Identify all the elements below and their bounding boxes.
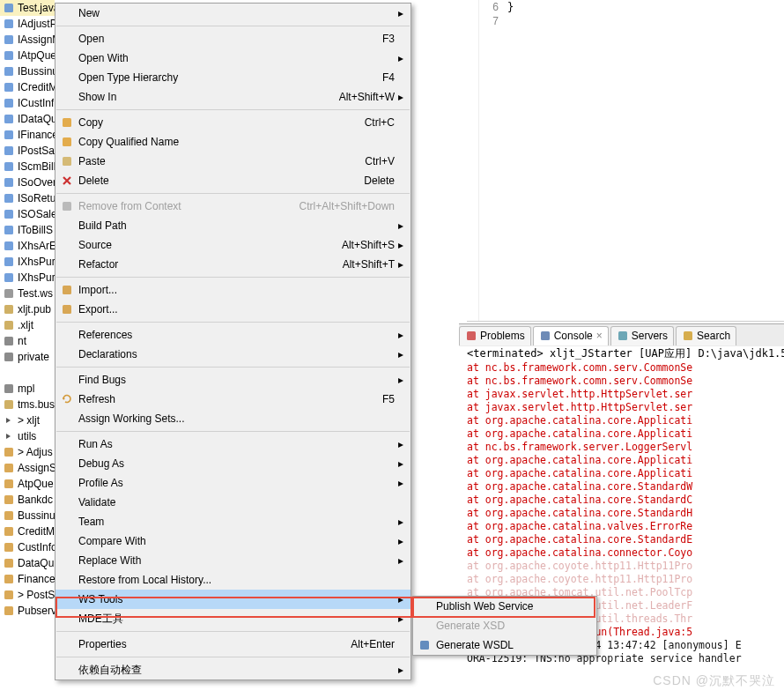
tree-item[interactable]: > xljt — [0, 412, 55, 428]
svg-rect-35 — [4, 606, 13, 615]
tree-item[interactable]: IAtpQue — [0, 48, 55, 63]
tree-item[interactable]: ICustInf — [0, 95, 55, 111]
menu-item-copy[interactable]: CopyCtrl+C — [55, 113, 410, 132]
tree-item[interactable]: Finance — [0, 571, 55, 587]
tree-item[interactable]: IAdjustP — [0, 16, 55, 32]
tree-item[interactable]: IXhsArE — [0, 238, 55, 254]
tab-label: Console — [554, 330, 593, 342]
java-icon — [2, 160, 16, 174]
tree-item[interactable]: utils — [0, 428, 55, 444]
menu-item-copy-qualified-name[interactable]: Copy Qualified Name — [55, 132, 410, 152]
tree-item[interactable]: IToBillS — [0, 222, 55, 238]
text-icon — [2, 350, 16, 364]
menu-item-label: Remove from Context — [78, 200, 291, 212]
menu-item-find-bugs[interactable]: Find Bugs▸ — [55, 370, 410, 390]
menu-item-properties[interactable]: PropertiesAlt+Enter — [55, 635, 410, 654]
tree-item[interactable]: ICreditM — [0, 79, 55, 95]
menu-separator — [56, 277, 410, 278]
tree-item[interactable]: Bankdc — [0, 492, 55, 508]
menu-item-paste[interactable]: PasteCtrl+V — [55, 152, 410, 171]
console-line: at org.apache.catalina.core.Applicati — [467, 454, 784, 467]
menu-item-open[interactable]: OpenF3 — [55, 29, 410, 48]
menu-item-refresh[interactable]: RefreshF5 — [55, 390, 410, 409]
console-line: at nc.bs.framework.comn.serv.CommonSe — [467, 361, 784, 375]
tree-item[interactable]: > Adjus — [0, 444, 55, 460]
menu-item-delete[interactable]: DeleteDelete — [55, 171, 410, 190]
tree-item[interactable]: ISoRetu — [0, 190, 55, 206]
tab-servers[interactable]: Servers — [610, 326, 674, 345]
project-tree[interactable]: Test.javaIAdjustPIAssignMIAtpQueIBussinu… — [0, 0, 55, 698]
tree-item[interactable]: > PostS — [0, 587, 55, 603]
tree-item[interactable] — [0, 365, 55, 381]
tree-item[interactable]: PubserviceForDBImpl RequiresNew.java — [0, 603, 55, 619]
tree-item[interactable]: IDataQu — [0, 111, 55, 127]
tree-item[interactable]: ISOSale — [0, 206, 55, 222]
submenu-item-generate-wsdl[interactable]: Generate WSDL — [413, 635, 596, 655]
menu-item-open-type-hierarchy[interactable]: Open Type HierarchyF4 — [55, 68, 410, 87]
menu-item-show-in[interactable]: Show InAlt+Shift+W▸ — [55, 87, 410, 107]
menu-item-source[interactable]: SourceAlt+Shift+S▸ — [55, 235, 410, 255]
menu-item-export-[interactable]: Export... — [55, 300, 410, 319]
tree-item[interactable]: ISoOver — [0, 174, 55, 190]
menu-item-build-path[interactable]: Build Path▸ — [55, 216, 410, 235]
menu-item-team[interactable]: Team▸ — [55, 512, 410, 531]
menu-item-new[interactable]: New▸ — [55, 4, 410, 23]
tree-item[interactable]: IPostSal — [0, 143, 55, 159]
menu-item-label: Paste — [78, 155, 356, 167]
tree-item-label: IDataQu — [18, 113, 55, 125]
line-number: 7 — [479, 14, 499, 28]
menu-item-assign-working-sets-[interactable]: Assign Working Sets... — [55, 409, 410, 428]
tree-item[interactable]: mpl — [0, 381, 55, 397]
code-line[interactable]: } — [507, 0, 514, 14]
menu-item-references[interactable]: References▸ — [55, 325, 410, 345]
code-line[interactable] — [507, 14, 514, 28]
menu-item-validate[interactable]: Validate — [55, 493, 410, 512]
tree-item[interactable]: IFinance — [0, 127, 55, 143]
menu-item-debug-as[interactable]: Debug As▸ — [55, 454, 410, 473]
menu-item--[interactable]: 依赖自动检查▸ — [55, 660, 410, 679]
svg-rect-0 — [4, 4, 13, 12]
tree-item[interactable]: Test.java — [0, 0, 55, 16]
menu-item-declarations[interactable]: Declarations▸ — [55, 345, 410, 364]
tree-item[interactable]: DataQu — [0, 555, 55, 571]
submenu-item-label: Publish Web Service — [436, 600, 589, 613]
tree-item[interactable]: nt — [0, 333, 55, 349]
menu-item-import-[interactable]: Import... — [55, 280, 410, 300]
menu-item-label: Compare With — [78, 535, 395, 547]
submenu-arrow-icon: ▸ — [395, 613, 403, 625]
menu-item-replace-with[interactable]: Replace With▸ — [55, 551, 410, 570]
tab-console[interactable]: Console× — [533, 326, 609, 345]
tree-item[interactable]: Test.ws — [0, 286, 55, 301]
tree-item[interactable]: xljt.pub — [0, 301, 55, 317]
menu-item-open-with[interactable]: Open With▸ — [55, 48, 410, 68]
tree-item[interactable]: IXhsPur — [0, 254, 55, 270]
tree-item[interactable]: CustInfo — [0, 539, 55, 555]
tree-item[interactable]: AtpQue — [0, 476, 55, 492]
tree-item[interactable]: IScmBillS — [0, 159, 55, 174]
tree-item[interactable]: tms.busi — [0, 397, 55, 412]
menu-item-ws-tools[interactable]: WS Tools▸ — [55, 590, 410, 609]
menu-item-mde-[interactable]: MDE工具▸ — [55, 609, 410, 628]
tab-search[interactable]: Search — [676, 326, 736, 345]
menu-item-compare-with[interactable]: Compare With▸ — [55, 531, 410, 551]
svg-rect-27 — [4, 479, 13, 488]
menu-item-refactor[interactable]: RefactorAlt+Shift+T▸ — [55, 255, 410, 274]
svg-rect-25 — [4, 448, 13, 457]
submenu-item-publish-web-service[interactable]: Publish Web Service — [413, 597, 596, 616]
code-editor[interactable]: 67 } — [467, 0, 784, 322]
tree-item[interactable]: Bussinu — [0, 508, 55, 524]
tree-item[interactable]: CreditM — [0, 524, 55, 539]
tree-item[interactable]: IAssignM — [0, 32, 55, 48]
menu-item-run-as[interactable]: Run As▸ — [55, 434, 410, 454]
tree-item[interactable]: private — [0, 349, 55, 365]
tree-item[interactable]: IBussinu — [0, 63, 55, 79]
tab-problems[interactable]: Problems — [459, 326, 531, 345]
tree-item[interactable]: IXhsPur — [0, 270, 55, 286]
close-icon[interactable]: × — [596, 330, 603, 342]
menu-item-restore-from-local-history-[interactable]: Restore from Local History... — [55, 570, 410, 590]
menu-item-label: Open — [78, 33, 374, 45]
tree-item[interactable]: .xljt — [0, 317, 55, 333]
menu-item-profile-as[interactable]: Profile As▸ — [55, 473, 410, 493]
tree-item[interactable]: AssignS — [0, 460, 55, 476]
svg-rect-21 — [4, 337, 13, 345]
